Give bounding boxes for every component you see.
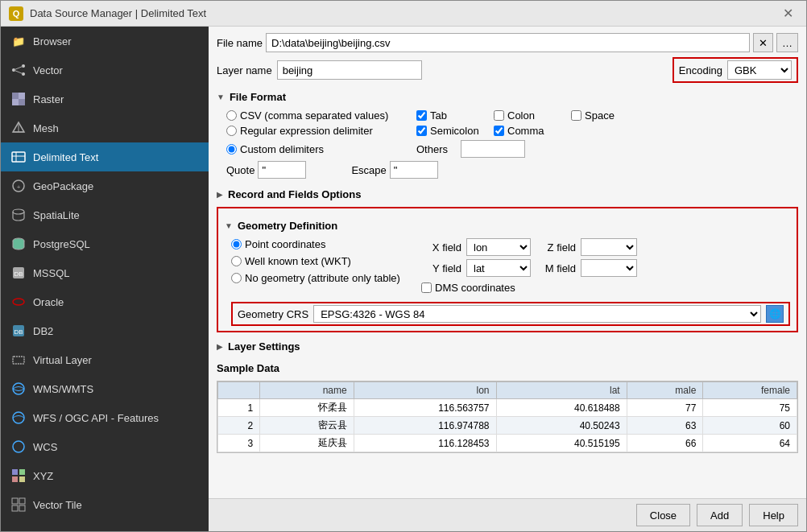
others-input[interactable] <box>461 140 525 158</box>
x-field-select[interactable]: lon lat name <box>466 238 531 256</box>
layer-encoding-row: Layer name Encoding GBK UTF-8 UTF-16 Lat… <box>217 57 798 83</box>
custom-radio[interactable] <box>226 144 237 155</box>
right-panel: File name ✕ … Layer name Encoding GBK <box>209 27 806 531</box>
space-checkbox[interactable] <box>571 110 581 121</box>
encoding-select[interactable]: GBK UTF-8 UTF-16 Latin-1 <box>727 60 792 80</box>
file-name-row: File name ✕ … <box>217 33 798 52</box>
table-cell: 60 <box>703 417 797 435</box>
escape-label: Escape <box>351 164 386 176</box>
table-cell: 2 <box>218 417 260 435</box>
sidebar-label-db2: DB2 <box>33 325 199 337</box>
no-geom-radio[interactable] <box>231 273 242 283</box>
sample-data-section: Sample Data name lon lat male <box>217 359 798 453</box>
space-checkbox-label[interactable]: Space <box>571 109 635 122</box>
z-field-select[interactable] <box>581 238 637 256</box>
layer-settings-header[interactable]: ▶ Layer Settings <box>217 337 798 356</box>
regex-radio-label[interactable]: Regular expression delimiter <box>226 125 404 137</box>
titlebar: Q Data Source Manager | Delimited Text ✕ <box>1 1 806 27</box>
sidebar-item-vector[interactable]: Vector <box>1 56 209 85</box>
sidebar-label-raster: Raster <box>33 93 199 105</box>
bottom-bar: Close Add Help <box>209 498 806 531</box>
mssql-icon: DB <box>10 265 27 281</box>
file-clear-button[interactable]: ✕ <box>753 33 773 52</box>
table-cell: 116.563757 <box>354 399 496 417</box>
sidebar-item-oracle[interactable]: Oracle <box>1 287 209 316</box>
svg-point-25 <box>13 383 24 394</box>
sidebar-item-wfs[interactable]: WFS / OGC API - Features <box>1 403 209 432</box>
sidebar-item-vectortile[interactable]: Vector Tile <box>1 490 209 519</box>
col-header-lat: lat <box>496 382 627 399</box>
y-field-select[interactable]: lat lon name <box>466 259 531 277</box>
table-cell: 40.618488 <box>496 399 627 417</box>
close-window-button[interactable]: ✕ <box>778 4 798 23</box>
colon-checkbox[interactable] <box>494 110 504 121</box>
svg-rect-35 <box>19 505 25 511</box>
layer-name-input[interactable] <box>277 60 422 80</box>
sidebar-label-mssql: MSSQL <box>33 267 199 279</box>
tab-checkbox-label[interactable]: Tab <box>416 109 481 122</box>
close-button[interactable]: Close <box>636 504 690 526</box>
csv-radio[interactable] <box>226 110 237 121</box>
quote-input[interactable] <box>258 161 306 179</box>
sidebar-item-wms[interactable]: WMS/WMTS <box>1 374 209 403</box>
record-section-header[interactable]: ▶ Record and Fields Options <box>217 185 798 204</box>
m-field-select[interactable] <box>581 259 637 277</box>
record-arrow: ▶ <box>217 190 223 199</box>
x-field-label: X field <box>421 241 461 254</box>
delimited-icon <box>10 149 27 165</box>
sample-table-wrapper[interactable]: name lon lat male female 1怀柔县116.5637574… <box>217 381 798 453</box>
crs-select[interactable]: EPSG:4326 - WGS 84 EPSG:3857 - WGS 84 / … <box>313 305 761 323</box>
sidebar-item-xyz[interactable]: XYZ <box>1 461 209 490</box>
escape-input[interactable] <box>390 161 438 179</box>
file-name-input[interactable] <box>266 33 750 52</box>
sidebar-item-postgresql[interactable]: PostgreSQL <box>1 229 209 258</box>
sidebar-item-browser[interactable]: 📁 Browser <box>1 27 209 56</box>
file-format-header[interactable]: ▼ File Format <box>217 88 798 106</box>
wkt-radio-label[interactable]: Well known text (WKT) <box>231 255 408 267</box>
sidebar-item-mssql[interactable]: DB MSSQL <box>1 258 209 287</box>
help-button[interactable]: Help <box>749 504 798 526</box>
col-header-name: name <box>260 382 354 399</box>
sidebar-item-spatialite[interactable]: SpatiaLite <box>1 200 209 229</box>
crs-globe-button[interactable]: 🌐 <box>766 305 784 323</box>
main-content: 📁 Browser Vector Raster Mesh <box>1 27 806 531</box>
geometry-section-header[interactable]: ▼ Geometry Definition <box>225 217 790 235</box>
regex-radio[interactable] <box>226 126 237 136</box>
csv-radio-label[interactable]: CSV (comma separated values) <box>226 109 404 122</box>
colon-checkbox-label[interactable]: Colon <box>494 109 558 122</box>
sidebar-item-wcs[interactable]: WCS <box>1 432 209 461</box>
encoding-label: Encoding <box>679 64 722 76</box>
file-browse-button[interactable]: … <box>776 33 798 52</box>
point-radio-label[interactable]: Point coordinates <box>231 238 408 250</box>
tab-checkbox[interactable] <box>416 110 427 121</box>
sidebar-item-virtual[interactable]: Virtual Layer <box>1 345 209 374</box>
col-header-female: female <box>703 382 797 399</box>
svg-rect-34 <box>12 505 18 511</box>
sidebar: 📁 Browser Vector Raster Mesh <box>1 27 209 531</box>
semicolon-checkbox[interactable] <box>416 126 427 136</box>
comma-checkbox[interactable] <box>494 126 504 136</box>
table-cell: 66 <box>627 435 703 452</box>
layer-settings-title: Layer Settings <box>228 340 300 353</box>
sidebar-item-delimited[interactable]: Delimited Text <box>1 142 209 171</box>
add-button[interactable]: Add <box>697 504 743 526</box>
wkt-label: Well known text (WKT) <box>245 255 351 267</box>
col-header-index <box>218 382 260 399</box>
vectortile-icon <box>10 497 27 513</box>
comma-checkbox-label[interactable]: Comma <box>494 125 558 137</box>
dms-checkbox[interactable] <box>421 282 432 293</box>
custom-radio-label[interactable]: Custom delimiters <box>226 143 404 155</box>
no-geom-radio-label[interactable]: No geometry (attribute only table) <box>231 272 408 284</box>
sidebar-item-geopackage[interactable]: + GeoPackage <box>1 171 209 200</box>
sidebar-item-mesh[interactable]: Mesh <box>1 113 209 142</box>
colon-label: Colon <box>507 109 535 122</box>
sidebar-label-geopackage: GeoPackage <box>33 180 199 192</box>
svg-text:DB: DB <box>14 328 23 336</box>
table-cell: 77 <box>627 399 703 417</box>
point-radio[interactable] <box>231 239 242 250</box>
sidebar-item-raster[interactable]: Raster <box>1 85 209 113</box>
semicolon-checkbox-label[interactable]: Semicolon <box>416 125 481 137</box>
table-cell: 64 <box>703 435 797 452</box>
wkt-radio[interactable] <box>231 256 242 266</box>
sidebar-item-db2[interactable]: DB DB2 <box>1 316 209 345</box>
